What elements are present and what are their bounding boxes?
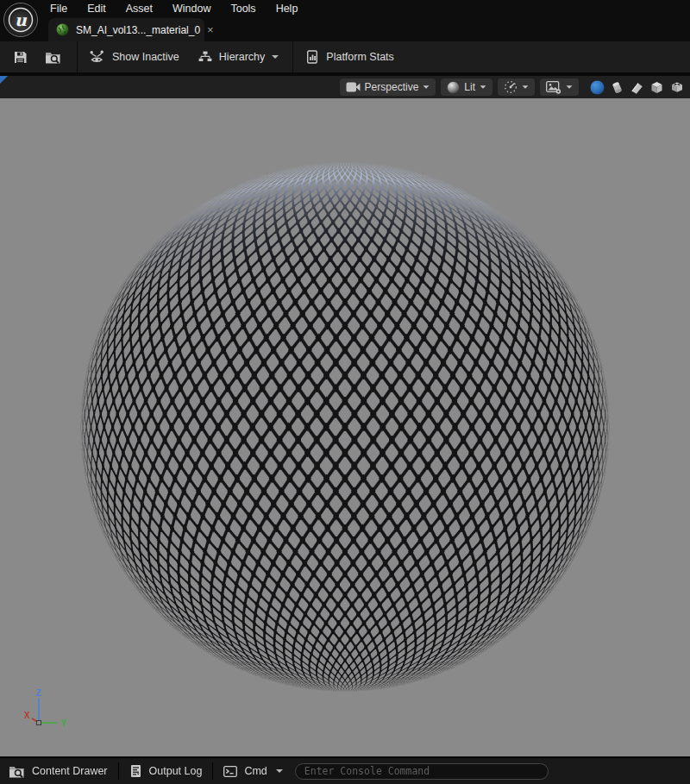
hierarchy-button[interactable]: Hierarchy	[198, 51, 279, 63]
preview-viewport-canvas[interactable]	[0, 98, 690, 756]
preview-viewport[interactable]: Z Y X	[0, 98, 690, 756]
screenshot-dropdown[interactable]	[540, 78, 579, 96]
show-inactive-icon	[89, 50, 105, 64]
content-drawer-icon	[9, 764, 25, 779]
material-instance-icon	[56, 23, 69, 36]
chevron-down-icon	[567, 85, 573, 88]
tab-bar: SM_AI_vol13..._material_0 ×	[0, 16, 690, 41]
save-icon	[13, 50, 28, 65]
statusbar-separator	[212, 762, 213, 780]
platform-stats-icon	[305, 50, 319, 64]
axis-origin	[37, 721, 41, 725]
chevron-down-icon	[523, 85, 529, 88]
show-inactive-button[interactable]: Show Inactive	[89, 50, 179, 64]
status-bar: Content Drawer Output Log Cmd	[0, 757, 690, 784]
chevron-down-icon	[423, 85, 430, 88]
hierarchy-icon	[198, 51, 212, 63]
output-log-label: Output Log	[149, 765, 203, 777]
lit-label: Lit	[464, 81, 475, 93]
platform-stats-label: Platform Stats	[326, 51, 394, 63]
preview-shape-custom-mesh-button[interactable]	[669, 80, 684, 95]
preview-shape-cylinder-button[interactable]	[610, 80, 624, 95]
screenshot-image-icon	[546, 81, 561, 94]
output-log-button[interactable]: Output Log	[129, 764, 203, 778]
gauge-icon	[504, 80, 518, 94]
viewport-toolbar: Perspective Lit	[0, 76, 690, 98]
menu-window[interactable]: Window	[172, 3, 210, 15]
chevron-down-icon	[480, 85, 486, 88]
svg-text:u: u	[15, 10, 28, 29]
view-performance-dropdown[interactable]	[498, 78, 535, 96]
hierarchy-label: Hierarchy	[219, 51, 266, 63]
browse-to-asset-button[interactable]	[45, 50, 61, 65]
asset-toolbar: Show Inactive Hierarchy Platform Stats	[0, 41, 690, 72]
statusbar-separator	[118, 762, 119, 780]
lit-sphere-icon	[447, 81, 460, 94]
sphere-icon	[590, 80, 605, 95]
folder-search-icon	[45, 50, 61, 65]
preview-shape-buttons	[590, 80, 684, 95]
cylinder-icon	[610, 80, 624, 95]
cube-icon	[649, 80, 664, 95]
console-command-input[interactable]	[295, 763, 549, 780]
tab-material-instance[interactable]: SM_AI_vol13..._material_0 ×	[48, 18, 204, 41]
menu-tools[interactable]: Tools	[230, 3, 255, 15]
chevron-down-icon	[276, 769, 283, 773]
menu-bar: File Edit Asset Window Tools Help	[0, 0, 690, 16]
perspective-dropdown[interactable]: Perspective	[340, 78, 436, 96]
tab-title: SM_AI_vol13..._material_0	[76, 24, 200, 36]
chevron-down-icon	[272, 55, 279, 59]
cmd-label: Cmd	[244, 765, 267, 777]
terminal-icon	[223, 766, 237, 777]
axis-z-label: Z	[36, 688, 41, 698]
menu-asset[interactable]: Asset	[126, 3, 153, 15]
preview-shape-plane-button[interactable]	[630, 80, 644, 95]
tab-close-icon[interactable]: ×	[207, 24, 214, 35]
axis-gizmo: Z Y X	[16, 688, 71, 737]
platform-stats-button[interactable]: Platform Stats	[305, 50, 394, 64]
output-log-icon	[129, 764, 142, 778]
content-drawer-label: Content Drawer	[32, 765, 108, 777]
toolbar-separator	[292, 41, 293, 72]
plane-icon	[630, 80, 644, 95]
menu-help[interactable]: Help	[276, 3, 298, 15]
custom-mesh-icon	[669, 80, 684, 95]
content-drawer-button[interactable]: Content Drawer	[9, 764, 108, 779]
show-inactive-label: Show Inactive	[112, 51, 179, 63]
perspective-label: Perspective	[365, 81, 419, 93]
cmd-dropdown[interactable]: Cmd	[223, 765, 282, 777]
lit-dropdown[interactable]: Lit	[441, 78, 492, 96]
toolbar-separator	[77, 41, 78, 72]
axis-x-label: X	[24, 711, 30, 720]
viewport-active-corner	[0, 76, 8, 84]
save-button[interactable]	[13, 50, 28, 65]
preview-shape-sphere-button[interactable]	[590, 80, 605, 95]
menu-edit[interactable]: Edit	[87, 3, 106, 15]
unreal-engine-logo: u	[3, 2, 39, 38]
menu-file[interactable]: File	[50, 3, 67, 15]
axis-y-label: Y	[61, 718, 67, 728]
camera-viewport-icon	[346, 82, 361, 92]
preview-shape-cube-button[interactable]	[649, 80, 664, 95]
